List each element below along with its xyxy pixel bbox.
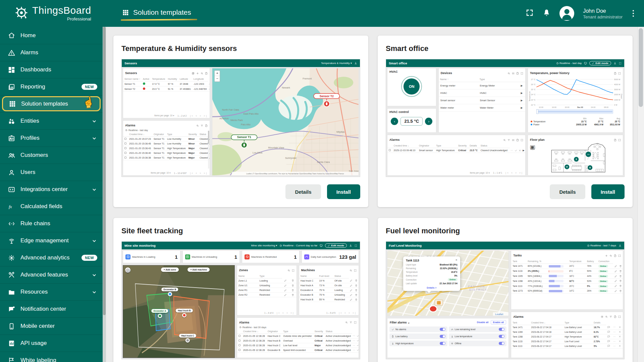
- sidebar-item-home[interactable]: Home: [0, 27, 103, 44]
- table-row: Haul truck A73 %On site: [299, 283, 359, 288]
- details-button[interactable]: Details: [285, 184, 321, 199]
- alarms-icon: [8, 49, 15, 57]
- sidebar-item-rule-chains[interactable]: Rule chains: [0, 215, 103, 232]
- avatar[interactable]: [559, 6, 574, 21]
- comment-icon: [606, 344, 612, 348]
- table-row: 2020-01-05 12:36:28Excavator BSpeed limi…: [237, 348, 359, 352]
- widget-title: Devices: [441, 71, 452, 75]
- checkbox: [124, 147, 126, 149]
- reporting-icon: [8, 83, 15, 91]
- enable-all-button: Enable all: [491, 320, 506, 324]
- sidebar-item-mobile-center[interactable]: Mobile center: [0, 317, 103, 335]
- table-row: Sensor T1 17.0 °C57 % 37.3948-122.1503: [123, 81, 210, 86]
- search-icon: [350, 267, 352, 273]
- download-icon: [354, 62, 357, 65]
- notifications-bell-icon[interactable]: [542, 9, 551, 18]
- machine-pin-excavator-b: Excavator B: [162, 288, 178, 296]
- table-row: Water meterWater Meter ▶: [439, 104, 525, 112]
- kpi-machines-in-loading: Machines in Loading 1: [123, 250, 180, 263]
- timewindow-label: Realtime - last 30 days: [237, 326, 359, 329]
- table-row: Tank 12892023-06-22 17:04:18Low Battery …: [511, 329, 623, 334]
- kebab-menu-icon[interactable]: [631, 9, 635, 18]
- sidebar-item-profiles[interactable]: Profiles: [0, 129, 103, 146]
- delete-icon: [618, 284, 623, 289]
- sidebar-item-api-usage[interactable]: API usage: [0, 335, 103, 352]
- new-badge: NEW: [82, 255, 97, 261]
- sensors-table-widget: Sensors Sensor name ↑ActiveTemperatureHu…: [123, 68, 210, 118]
- dashboards-icon: [8, 66, 15, 74]
- export-icon: [516, 137, 519, 143]
- alarm-toggle-low-remaining-level: Low remaining level: [449, 326, 507, 332]
- chevron-down-icon: [91, 118, 97, 124]
- sidebar-item-dashboards[interactable]: Dashboards: [0, 61, 103, 78]
- sidebar-item-edge-management[interactable]: Edge management: [0, 232, 103, 249]
- logo[interactable]: ThingsBoard Professional: [0, 5, 103, 22]
- edit-icon: [613, 268, 618, 274]
- delete-icon: [354, 297, 359, 302]
- sidebar-item-customers[interactable]: Customers: [0, 146, 103, 164]
- delete-icon: [289, 293, 297, 297]
- sidebar-item-advanced-features[interactable]: Advanced features: [0, 266, 103, 283]
- notification-center-icon: [8, 305, 15, 313]
- sidebar-item-white-labeling[interactable]: White labeling: [0, 352, 103, 362]
- dashboard-state-selector: Mine site monitoring ▾: [251, 244, 277, 247]
- fullscreen-icon: [618, 70, 621, 76]
- chevron-down-icon: [91, 186, 97, 193]
- sidebar-scrollbar[interactable]: [103, 27, 106, 362]
- play-icon: ▶: [518, 97, 525, 104]
- table-row: Tank 1305 56% (16084L) 18°C 44% Online: [511, 274, 623, 279]
- sidebar-item-reporting[interactable]: Reporting NEW: [0, 78, 103, 95]
- svg-text:Menlo Park: Menlo Park: [230, 119, 243, 122]
- locate-button: ◎: [125, 267, 130, 273]
- sidebar-item-calculated-fields[interactable]: fx Calculated fields: [0, 198, 103, 215]
- page-scrollbar[interactable]: [637, 27, 644, 362]
- delete-icon: [618, 279, 623, 284]
- sidebar-item-label: Advanced analytics: [20, 254, 69, 261]
- timewindow-label: Realtime - Current day so far: [279, 244, 317, 247]
- more-icon: ···: [352, 338, 356, 343]
- download-icon: [619, 244, 622, 247]
- timewindow-label: Realtime - last day: [123, 129, 210, 132]
- more-icon: ···: [612, 325, 617, 329]
- mouse-cursor: ☝: [82, 96, 95, 108]
- dashboard-title: Mine site monitoring: [124, 244, 156, 247]
- hvac-state: ON: [404, 78, 420, 95]
- svg-text:1000 W: 1000 W: [614, 99, 621, 101]
- machine-pin-excavator-a: Excavator A: [151, 309, 168, 318]
- widget-title: Machines: [301, 268, 315, 272]
- sidebar-item-alarms[interactable]: Alarms: [0, 44, 103, 61]
- sidebar-item-integrations-center[interactable]: Integrations center: [0, 181, 103, 198]
- sidebar-item-advanced-analytics[interactable]: Advanced analytics NEW: [0, 249, 103, 266]
- decrease-button: ‹: [391, 118, 398, 125]
- sidebar-item-entities[interactable]: Entities: [0, 112, 103, 129]
- sidebar-item-label: Profiles: [20, 135, 40, 141]
- widget-title: HVAC: [389, 70, 398, 73]
- export-icon: [614, 252, 616, 258]
- disable-all-link: Disable all: [477, 321, 489, 323]
- play-icon: ▶: [518, 89, 525, 97]
- sidebar-item-users[interactable]: Users: [0, 164, 103, 181]
- fullscreen-icon: [521, 137, 523, 143]
- add-zone-button: + Add zone: [161, 267, 179, 272]
- clear-icon: [617, 344, 623, 348]
- more-icon: ···: [612, 339, 617, 344]
- filter-icon: [350, 319, 352, 325]
- dashboard-titlebar: Smart office Realtime - last day Edit mo…: [386, 59, 624, 67]
- fullscreen-icon[interactable]: [526, 9, 534, 18]
- resources-icon: [8, 288, 15, 296]
- table-row: Tank 1273 92% (8595Gal) 14°C 26% Online: [511, 288, 623, 293]
- svg-text:12:00: 12:00: [539, 106, 543, 108]
- table-row: Smart sensorSmart Sensor ▶: [439, 97, 525, 104]
- table-row: Tank 1471 80% (42146L) 24°C 76% Online: [511, 264, 623, 269]
- layers-button: ▣: [530, 144, 535, 149]
- delete-icon: [354, 293, 359, 297]
- details-button[interactable]: Details: [550, 184, 585, 199]
- zoom-out-button: −: [215, 76, 220, 81]
- table-row: Tank 1288 40% (13214L) 82°C 53% Online: [511, 279, 623, 284]
- sidebar-item-notification-center[interactable]: Notification center: [0, 300, 103, 317]
- table-row: 2021-01-20 15:36:38Sensor T1High Tempera…: [123, 156, 210, 160]
- sidebar-item-resources[interactable]: Resources: [0, 283, 103, 300]
- chart-legend: MinMaxAvg Temperature23 °C27 °C25 °CPowe…: [528, 117, 623, 126]
- install-button[interactable]: Install: [327, 184, 360, 199]
- install-button[interactable]: Install: [591, 184, 625, 199]
